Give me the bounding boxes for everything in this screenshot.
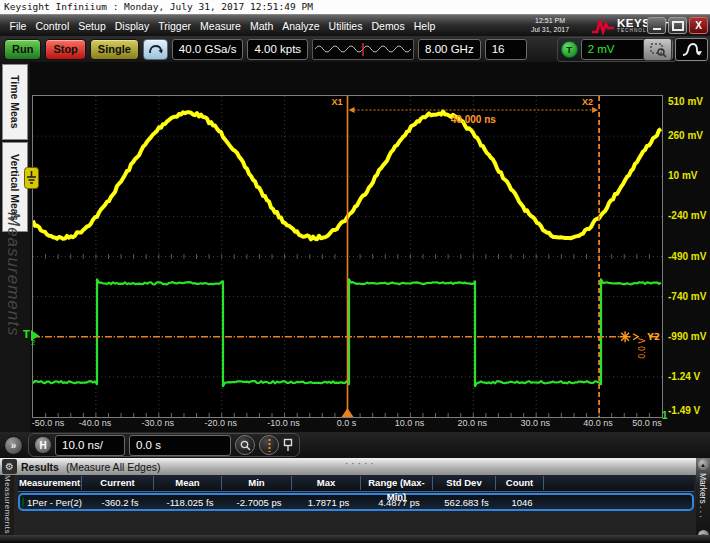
window-controls: X (647, 17, 708, 34)
measurement-status-icon (22, 497, 24, 507)
close-button[interactable]: X (689, 17, 708, 34)
autoscale-button[interactable] (675, 38, 708, 61)
oscilloscope-app: Keysight Infiniium : Monday, July 31, 20… (0, 0, 710, 543)
waveform-preview[interactable] (312, 39, 414, 60)
sample-rate-display[interactable]: 40.0 GSa/s (172, 39, 244, 60)
sidebar-expand-button[interactable]: » (4, 436, 23, 455)
grid-annotation-1: 1 (662, 410, 668, 421)
x-tick-label: 0.0 s (337, 418, 357, 428)
menu-utilities[interactable]: Utilities (324, 20, 367, 32)
averages-display[interactable]: 16 (485, 39, 527, 60)
window-title: Keysight Infiniium : Monday, July 31, 20… (0, 0, 710, 14)
x-tick-label: -20.0 ns (204, 418, 237, 428)
channel-2-trigger-level-marker-icon[interactable]: T 2 (22, 327, 42, 349)
x-tick-label: 40.0 ns (583, 418, 613, 428)
x-tick-label: -10.0 ns (267, 418, 300, 428)
menu-items: File Control Setup Display Trigger Measu… (0, 20, 440, 32)
col-spacer (544, 476, 694, 490)
waveform-preview-icon (315, 42, 411, 57)
left-sidebar: Time Meas Vertical Meas Measurements (0, 62, 30, 432)
autoscale-waveform-icon (681, 42, 703, 58)
max-value: 1.7871 ps (294, 497, 363, 508)
trigger-badge[interactable]: T (561, 41, 578, 58)
x-tick-label: 30.0 ns (520, 418, 550, 428)
gear-icon[interactable]: ⚙ (2, 459, 17, 474)
maximize-button[interactable] (668, 17, 687, 34)
cursor-x1-label[interactable]: X1 (332, 97, 343, 107)
bandwidth-display[interactable]: 8.00 GHz (418, 39, 481, 60)
minimize-button[interactable] (647, 17, 666, 34)
min-value: -2.7005 ps (224, 497, 294, 508)
dashed-marker-icon (264, 439, 275, 452)
results-table-header: Measurement Current Mean Min Max Range (… (18, 475, 694, 492)
horizontal-position-display[interactable]: 0.0 s (129, 435, 231, 456)
menu-math[interactable]: Math (245, 20, 277, 32)
col-min: Min (222, 476, 292, 490)
svg-text:T: T (23, 329, 30, 340)
col-mean: Mean (154, 476, 222, 490)
col-stddev: Std Dev (433, 476, 496, 490)
x-tick-label: -30.0 ns (142, 418, 175, 428)
col-max: Max (292, 476, 361, 490)
acquisition-toolbar: Run Stop Single 40.0 GSa/s 4.00 kpts 8.0… (0, 36, 710, 62)
zoom-mode-button[interactable] (235, 435, 255, 455)
cursor-delta-readout: 40.000 ns (451, 114, 496, 125)
scroll-up-icon[interactable]: ▲ (698, 459, 709, 470)
markers-strip-label: Markers . . . (698, 473, 708, 518)
memory-depth-display[interactable]: 4.00 kpts (247, 39, 308, 60)
svg-text:0.0 V: 0.0 V (638, 337, 647, 358)
minimize-icon (653, 28, 661, 30)
col-count: Count (496, 476, 544, 490)
horizontal-group: H 10.0 ns/ 0.0 s (28, 433, 300, 457)
menu-help[interactable]: Help (409, 20, 440, 32)
table-row[interactable]: 1Per - Per(2) -360.2 fs -118.025 fs -2.7… (18, 493, 694, 511)
zoom-region-button[interactable] (643, 38, 672, 61)
tab-time-meas[interactable]: Time Meas (2, 64, 28, 140)
x-tick-label: -40.0 ns (79, 418, 112, 428)
results-header[interactable]: ⚙ Results (Measure All Edges) ····· (0, 458, 710, 475)
svg-text:2: 2 (31, 339, 35, 345)
measurements-strip[interactable]: Measurements (0, 475, 14, 543)
results-table: Measurement Current Mean Min Max Range (… (14, 475, 696, 535)
x-tick-label: 20.0 ns (458, 418, 488, 428)
horizontal-badge[interactable]: H (35, 437, 51, 453)
cursor-x2-label[interactable]: X2 (582, 97, 593, 107)
results-subtitle: (Measure All Edges) (66, 461, 161, 473)
touch-gesture-button[interactable] (143, 39, 168, 60)
clock-date: Jul 31, 2017 (510, 25, 590, 34)
menu-analyze[interactable]: Analyze (278, 20, 324, 32)
y-axis-labels: 510 mV260 mV10 mV-240 mV-490 mV-740 mV-9… (664, 95, 710, 416)
menu-trigger[interactable]: Trigger (154, 20, 196, 32)
single-button[interactable]: Single (90, 39, 139, 60)
menu-control[interactable]: Control (31, 20, 74, 32)
menu-demos[interactable]: Demos (367, 20, 409, 32)
channel-1-ground-marker-icon[interactable] (24, 167, 39, 193)
waveform-plot[interactable]: 0.0 VY2X1X240.000 ns (32, 95, 663, 418)
y-tick-label: -490 mV (668, 250, 706, 261)
y-tick-label: -1.24 V (668, 370, 700, 381)
menu-setup[interactable]: Setup (74, 20, 110, 32)
menu-file[interactable]: File (5, 20, 31, 32)
horizontal-bar: » H 10.0 ns/ 0.0 s (0, 432, 710, 458)
col-current: Current (82, 476, 154, 490)
bottom-strip (0, 535, 710, 543)
markers-strip[interactable]: ▲ Markers . . . ▼ (696, 458, 710, 543)
maximize-icon (672, 21, 684, 31)
run-button[interactable]: Run (4, 39, 41, 60)
y-tick-label: -990 mV (668, 330, 706, 341)
svg-text:Y2: Y2 (646, 332, 660, 342)
horizontal-scale-display[interactable]: 10.0 ns/ (55, 435, 125, 456)
y-tick-label: -240 mV (668, 210, 706, 221)
col-range: Range (Max-Min) (361, 476, 433, 490)
menu-measure[interactable]: Measure (196, 20, 246, 32)
measurement-cell: 1Per - Per(2) (20, 497, 84, 508)
trigger-point-button[interactable] (259, 435, 279, 455)
menu-bar: File Control Setup Display Trigger Measu… (0, 14, 710, 36)
count-value: 1046 (498, 497, 546, 508)
horizontal-pin-icon[interactable] (283, 438, 293, 452)
stop-button[interactable]: Stop (45, 39, 85, 60)
menu-display[interactable]: Display (110, 20, 153, 32)
drag-handle-dots[interactable]: ····· (345, 458, 377, 469)
magnifier-icon (240, 440, 251, 451)
measurement-name: 1Per - Per(2) (27, 497, 82, 508)
